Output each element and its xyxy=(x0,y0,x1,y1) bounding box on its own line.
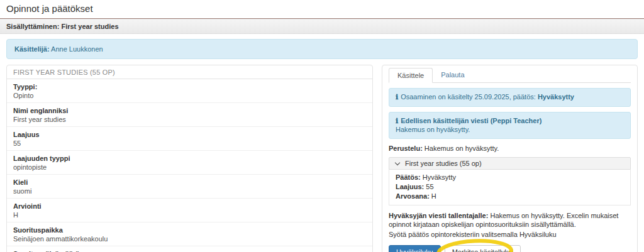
decision-status-alert: ℹOsaaminen on käsitelty 25.09.2025, päät… xyxy=(389,88,631,107)
decision-row-label: Arvosana: xyxy=(396,192,430,200)
previous-handler-alert: ℹEdellisen käsittelijän viesti (Peppi Te… xyxy=(389,112,631,140)
page-title: Opinnot ja päätökset xyxy=(0,0,644,18)
action-buttons: Hyväksiluku Merkitse käsitellyksi xyxy=(389,245,631,252)
handler-name: Anne Luukkonen xyxy=(51,45,103,53)
field-label: Laajuuden tyyppi xyxy=(13,155,366,162)
info-icon: ℹ xyxy=(396,117,398,124)
field-row: Laajuuden tyyppi opintopiste xyxy=(7,151,372,175)
field-value: H xyxy=(13,211,366,219)
info-icon: ℹ xyxy=(396,93,398,101)
tab-palauta[interactable]: Palauta xyxy=(433,68,472,82)
justification-text: Hakemus on hyväksytty. xyxy=(425,145,499,152)
field-label: Kieli xyxy=(13,178,366,186)
justification-label: Perustelu: xyxy=(389,145,423,152)
previous-handler-title: Edellisen käsittelijän viesti (Peppi Tea… xyxy=(401,117,541,124)
field-label: Nimi englanniksi xyxy=(13,107,366,114)
merkitse-kasitellyksi-button[interactable]: Merkitse käsitellyksi xyxy=(445,245,521,252)
field-label: Suorituspaikka xyxy=(13,226,366,234)
study-field-list: Tyyppi: Opinto Nimi englanniksi First ye… xyxy=(7,79,372,252)
breadcrumb-bar: Sisällyttäminen: First year studies xyxy=(0,19,644,34)
previous-handler-message: Hakemus on hyväksytty. xyxy=(396,126,624,134)
field-row: Suorituspäivämäärä 16.05.2025 xyxy=(7,246,372,252)
study-panel-title: FIRST YEAR STUDIES (55 OP) xyxy=(7,65,372,79)
handler-label: Käsittelijä: xyxy=(14,45,50,53)
field-value: suomi xyxy=(13,187,366,195)
field-value: Seinäjoen ammattikorkeakoulu xyxy=(13,235,366,243)
decision-status-text: Osaaminen on käsitelty 25.09.2025, päätö… xyxy=(401,93,536,101)
field-row: Suorituspaikka Seinäjoen ammattikorkeako… xyxy=(7,222,372,246)
field-row: Nimi englanniksi First year studies xyxy=(7,103,372,127)
instruction-text: Syötä päätös opintorekisteriin valitsema… xyxy=(389,230,631,239)
decision-row-value: Hyväksytty xyxy=(423,173,456,181)
study-details-panel: FIRST YEAR STUDIES (55 OP) Tyyppi: Opint… xyxy=(6,65,373,252)
field-row: Laajuus 55 xyxy=(7,127,372,151)
field-label: Tyyppi: xyxy=(13,83,366,90)
field-value: opintopiste xyxy=(13,163,366,171)
field-label: Laajuus xyxy=(13,131,366,138)
processing-panel: Käsittele Palauta ℹOsaaminen on käsitelt… xyxy=(382,65,638,252)
main-content: FIRST YEAR STUDIES (55 OP) Tyyppi: Opint… xyxy=(0,65,644,252)
hyvaksiluku-button[interactable]: Hyväksiluku xyxy=(389,245,441,252)
study-decision-header[interactable]: First year studies (55 op) xyxy=(389,157,631,170)
field-label: Arviointi xyxy=(13,202,366,210)
study-decision-body: Päätös: Hyväksytty Laajuus: 55 Arvosana:… xyxy=(389,170,631,205)
field-value: 55 xyxy=(13,140,366,147)
decision-row: Laajuus: 55 xyxy=(396,182,624,192)
decision-row-value: 55 xyxy=(426,183,433,190)
decision-row: Arvosana: H xyxy=(396,192,624,201)
handler-info-box: Käsittelijä: Anne Luukkonen xyxy=(6,39,638,59)
approver-message-label: Hyväksyjän viesti tallentajalle: xyxy=(389,212,488,219)
chevron-down-icon xyxy=(395,160,400,165)
decision-row-label: Laajuus: xyxy=(396,183,424,190)
field-row: Tyyppi: Opinto xyxy=(7,79,372,103)
decision-row-label: Päätös: xyxy=(396,173,421,181)
field-value: Opinto xyxy=(13,92,366,99)
decision-status-value: Hyväksytty xyxy=(538,93,574,101)
study-decision-group: First year studies (55 op) Päätös: Hyväk… xyxy=(389,157,631,205)
decision-row-value: H xyxy=(431,192,436,200)
approver-message: Hyväksyjän viesti tallentajalle: Hakemus… xyxy=(389,211,631,229)
decision-row: Päätös: Hyväksytty xyxy=(396,173,624,182)
field-value: First year studies xyxy=(13,116,366,123)
tab-kasittele[interactable]: Käsittele xyxy=(389,68,433,83)
field-row: Arviointi H xyxy=(7,199,372,222)
field-row: Kieli suomi xyxy=(7,175,372,199)
tab-bar: Käsittele Palauta xyxy=(389,68,631,83)
study-decision-title: First year studies (55 op) xyxy=(405,160,482,167)
justification-line: Perustelu: Hakemus on hyväksytty. xyxy=(389,145,631,152)
